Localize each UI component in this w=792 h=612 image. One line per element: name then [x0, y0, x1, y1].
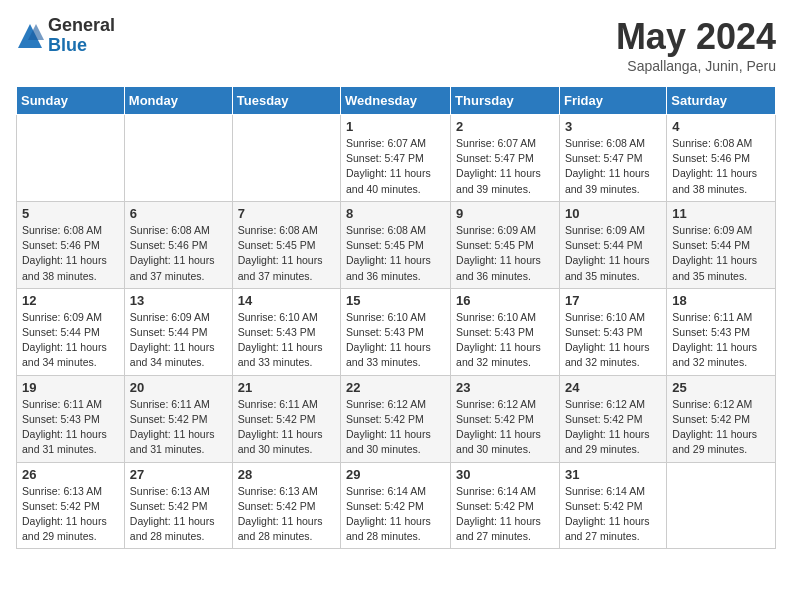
day-number: 14 — [238, 293, 335, 308]
calendar-cell: 14Sunrise: 6:10 AM Sunset: 5:43 PM Dayli… — [232, 288, 340, 375]
calendar-cell: 9Sunrise: 6:09 AM Sunset: 5:45 PM Daylig… — [451, 201, 560, 288]
calendar-cell: 25Sunrise: 6:12 AM Sunset: 5:42 PM Dayli… — [667, 375, 776, 462]
day-number: 22 — [346, 380, 445, 395]
day-info: Sunrise: 6:09 AM Sunset: 5:44 PM Dayligh… — [672, 223, 770, 284]
calendar-cell: 22Sunrise: 6:12 AM Sunset: 5:42 PM Dayli… — [341, 375, 451, 462]
day-info: Sunrise: 6:09 AM Sunset: 5:44 PM Dayligh… — [22, 310, 119, 371]
day-number: 27 — [130, 467, 227, 482]
calendar-cell: 3Sunrise: 6:08 AM Sunset: 5:47 PM Daylig… — [559, 115, 666, 202]
day-number: 1 — [346, 119, 445, 134]
day-number: 2 — [456, 119, 554, 134]
header-day-monday: Monday — [124, 87, 232, 115]
header-day-friday: Friday — [559, 87, 666, 115]
day-info: Sunrise: 6:11 AM Sunset: 5:42 PM Dayligh… — [238, 397, 335, 458]
page-header: General Blue May 2024 Sapallanga, Junin,… — [16, 16, 776, 74]
day-number: 7 — [238, 206, 335, 221]
day-info: Sunrise: 6:10 AM Sunset: 5:43 PM Dayligh… — [238, 310, 335, 371]
day-info: Sunrise: 6:13 AM Sunset: 5:42 PM Dayligh… — [22, 484, 119, 545]
calendar-cell: 20Sunrise: 6:11 AM Sunset: 5:42 PM Dayli… — [124, 375, 232, 462]
day-info: Sunrise: 6:11 AM Sunset: 5:43 PM Dayligh… — [22, 397, 119, 458]
day-info: Sunrise: 6:07 AM Sunset: 5:47 PM Dayligh… — [346, 136, 445, 197]
calendar-table: SundayMondayTuesdayWednesdayThursdayFrid… — [16, 86, 776, 549]
day-number: 15 — [346, 293, 445, 308]
header-day-tuesday: Tuesday — [232, 87, 340, 115]
day-number: 30 — [456, 467, 554, 482]
day-number: 31 — [565, 467, 661, 482]
day-number: 13 — [130, 293, 227, 308]
day-number: 9 — [456, 206, 554, 221]
calendar-cell: 21Sunrise: 6:11 AM Sunset: 5:42 PM Dayli… — [232, 375, 340, 462]
day-info: Sunrise: 6:13 AM Sunset: 5:42 PM Dayligh… — [238, 484, 335, 545]
calendar-cell: 2Sunrise: 6:07 AM Sunset: 5:47 PM Daylig… — [451, 115, 560, 202]
calendar-cell: 27Sunrise: 6:13 AM Sunset: 5:42 PM Dayli… — [124, 462, 232, 549]
calendar-cell: 30Sunrise: 6:14 AM Sunset: 5:42 PM Dayli… — [451, 462, 560, 549]
day-info: Sunrise: 6:08 AM Sunset: 5:45 PM Dayligh… — [346, 223, 445, 284]
day-number: 29 — [346, 467, 445, 482]
calendar-cell: 29Sunrise: 6:14 AM Sunset: 5:42 PM Dayli… — [341, 462, 451, 549]
day-info: Sunrise: 6:12 AM Sunset: 5:42 PM Dayligh… — [565, 397, 661, 458]
day-number: 6 — [130, 206, 227, 221]
calendar-cell: 13Sunrise: 6:09 AM Sunset: 5:44 PM Dayli… — [124, 288, 232, 375]
calendar-cell: 19Sunrise: 6:11 AM Sunset: 5:43 PM Dayli… — [17, 375, 125, 462]
day-info: Sunrise: 6:11 AM Sunset: 5:43 PM Dayligh… — [672, 310, 770, 371]
day-number: 3 — [565, 119, 661, 134]
day-number: 26 — [22, 467, 119, 482]
header-day-wednesday: Wednesday — [341, 87, 451, 115]
calendar-cell: 31Sunrise: 6:14 AM Sunset: 5:42 PM Dayli… — [559, 462, 666, 549]
header-day-sunday: Sunday — [17, 87, 125, 115]
day-info: Sunrise: 6:10 AM Sunset: 5:43 PM Dayligh… — [346, 310, 445, 371]
day-number: 10 — [565, 206, 661, 221]
day-info: Sunrise: 6:07 AM Sunset: 5:47 PM Dayligh… — [456, 136, 554, 197]
day-info: Sunrise: 6:09 AM Sunset: 5:44 PM Dayligh… — [565, 223, 661, 284]
day-info: Sunrise: 6:08 AM Sunset: 5:45 PM Dayligh… — [238, 223, 335, 284]
calendar-header-row: SundayMondayTuesdayWednesdayThursdayFrid… — [17, 87, 776, 115]
logo-blue-label: Blue — [48, 36, 115, 56]
day-number: 21 — [238, 380, 335, 395]
day-info: Sunrise: 6:09 AM Sunset: 5:44 PM Dayligh… — [130, 310, 227, 371]
day-info: Sunrise: 6:08 AM Sunset: 5:46 PM Dayligh… — [672, 136, 770, 197]
calendar-week-row: 12Sunrise: 6:09 AM Sunset: 5:44 PM Dayli… — [17, 288, 776, 375]
day-info: Sunrise: 6:12 AM Sunset: 5:42 PM Dayligh… — [456, 397, 554, 458]
calendar-cell — [232, 115, 340, 202]
calendar-cell: 5Sunrise: 6:08 AM Sunset: 5:46 PM Daylig… — [17, 201, 125, 288]
day-number: 20 — [130, 380, 227, 395]
logo-icon — [16, 22, 44, 50]
title-block: May 2024 Sapallanga, Junin, Peru — [616, 16, 776, 74]
day-number: 17 — [565, 293, 661, 308]
calendar-cell: 16Sunrise: 6:10 AM Sunset: 5:43 PM Dayli… — [451, 288, 560, 375]
day-number: 11 — [672, 206, 770, 221]
logo-general-label: General — [48, 16, 115, 36]
day-number: 24 — [565, 380, 661, 395]
calendar-cell: 7Sunrise: 6:08 AM Sunset: 5:45 PM Daylig… — [232, 201, 340, 288]
day-info: Sunrise: 6:11 AM Sunset: 5:42 PM Dayligh… — [130, 397, 227, 458]
calendar-cell: 8Sunrise: 6:08 AM Sunset: 5:45 PM Daylig… — [341, 201, 451, 288]
calendar-cell: 11Sunrise: 6:09 AM Sunset: 5:44 PM Dayli… — [667, 201, 776, 288]
calendar-cell: 28Sunrise: 6:13 AM Sunset: 5:42 PM Dayli… — [232, 462, 340, 549]
day-info: Sunrise: 6:13 AM Sunset: 5:42 PM Dayligh… — [130, 484, 227, 545]
day-number: 4 — [672, 119, 770, 134]
calendar-cell: 6Sunrise: 6:08 AM Sunset: 5:46 PM Daylig… — [124, 201, 232, 288]
calendar-cell: 1Sunrise: 6:07 AM Sunset: 5:47 PM Daylig… — [341, 115, 451, 202]
calendar-cell: 26Sunrise: 6:13 AM Sunset: 5:42 PM Dayli… — [17, 462, 125, 549]
day-number: 8 — [346, 206, 445, 221]
logo-text: General Blue — [48, 16, 115, 56]
calendar-cell: 24Sunrise: 6:12 AM Sunset: 5:42 PM Dayli… — [559, 375, 666, 462]
day-info: Sunrise: 6:08 AM Sunset: 5:47 PM Dayligh… — [565, 136, 661, 197]
day-info: Sunrise: 6:14 AM Sunset: 5:42 PM Dayligh… — [565, 484, 661, 545]
calendar-week-row: 19Sunrise: 6:11 AM Sunset: 5:43 PM Dayli… — [17, 375, 776, 462]
calendar-cell: 17Sunrise: 6:10 AM Sunset: 5:43 PM Dayli… — [559, 288, 666, 375]
day-number: 19 — [22, 380, 119, 395]
calendar-cell — [667, 462, 776, 549]
day-info: Sunrise: 6:12 AM Sunset: 5:42 PM Dayligh… — [672, 397, 770, 458]
calendar-location: Sapallanga, Junin, Peru — [616, 58, 776, 74]
calendar-title: May 2024 — [616, 16, 776, 58]
calendar-cell — [124, 115, 232, 202]
calendar-week-row: 26Sunrise: 6:13 AM Sunset: 5:42 PM Dayli… — [17, 462, 776, 549]
calendar-week-row: 5Sunrise: 6:08 AM Sunset: 5:46 PM Daylig… — [17, 201, 776, 288]
calendar-cell: 23Sunrise: 6:12 AM Sunset: 5:42 PM Dayli… — [451, 375, 560, 462]
header-day-saturday: Saturday — [667, 87, 776, 115]
calendar-cell: 10Sunrise: 6:09 AM Sunset: 5:44 PM Dayli… — [559, 201, 666, 288]
day-info: Sunrise: 6:08 AM Sunset: 5:46 PM Dayligh… — [22, 223, 119, 284]
calendar-week-row: 1Sunrise: 6:07 AM Sunset: 5:47 PM Daylig… — [17, 115, 776, 202]
day-info: Sunrise: 6:14 AM Sunset: 5:42 PM Dayligh… — [456, 484, 554, 545]
